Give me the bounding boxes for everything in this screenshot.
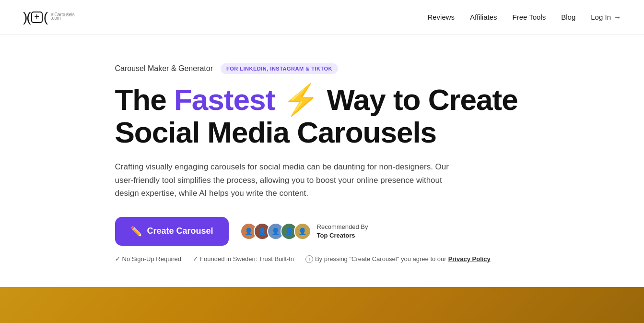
hero-headline: The Fastest ⚡ Way to CreateSocial Media … bbox=[115, 84, 529, 149]
hero-tag-row: Carousel Maker & Generator FOR LINKEDIN,… bbox=[115, 63, 529, 74]
nav-link-free-tools[interactable]: Free Tools bbox=[512, 13, 546, 21]
nav-item-free-tools[interactable]: Free Tools bbox=[512, 13, 546, 22]
trust-item-3: i By pressing "Create Carousel" you agre… bbox=[305, 255, 491, 263]
recommended-wrap: 👤 👤 👤 👤 👤 Recommended By Top Creators bbox=[240, 223, 368, 240]
headline-the: The bbox=[115, 83, 174, 116]
nav-link-blog[interactable]: Blog bbox=[561, 13, 575, 21]
preview-blur bbox=[0, 287, 644, 323]
nav-item-login[interactable]: Log In → bbox=[591, 13, 621, 21]
check-icon-1: ✓ bbox=[115, 255, 120, 263]
avatar-5: 👤 bbox=[294, 223, 311, 240]
login-label: Log In bbox=[591, 13, 611, 21]
nav-item-affiliates[interactable]: Affiliates bbox=[470, 13, 497, 22]
trust-label-3: By pressing "Create Carousel" you agree … bbox=[315, 255, 446, 263]
hero-description: Crafting visually engaging carousels for… bbox=[115, 160, 460, 200]
nav-links: Reviews Affiliates Free Tools Blog Log I… bbox=[427, 13, 621, 22]
preview-section bbox=[0, 287, 644, 323]
logo-icon: )( + ( bbox=[23, 10, 47, 25]
edit-icon: ✏️ bbox=[130, 226, 142, 237]
recommended-sub: Top Creators bbox=[317, 231, 368, 240]
trust-label-1: No Sign-Up Required bbox=[122, 255, 182, 263]
create-carousel-button[interactable]: ✏️ Create Carousel bbox=[115, 217, 229, 246]
trust-item-2: ✓ Founded in Sweden: Trust Built-In bbox=[193, 255, 294, 263]
arrow-right-icon: → bbox=[614, 13, 621, 21]
create-carousel-label: Create Carousel bbox=[147, 226, 213, 236]
cta-row: ✏️ Create Carousel 👤 👤 👤 👤 👤 Recommended… bbox=[115, 217, 529, 246]
logo-link[interactable]: )( + ( aiCarousels .com bbox=[23, 10, 75, 25]
recommended-label: Recommended By bbox=[317, 223, 368, 230]
privacy-policy-link[interactable]: Privacy Policy bbox=[448, 255, 491, 263]
headline-fastest: Fastest bbox=[174, 83, 275, 116]
hero-subtitle: Carousel Maker & Generator bbox=[115, 64, 213, 73]
hero-badge: FOR LINKEDIN, INSTAGRAM & TIKTOK bbox=[221, 63, 338, 74]
nav-item-blog[interactable]: Blog bbox=[561, 13, 575, 22]
nav-link-affiliates[interactable]: Affiliates bbox=[470, 13, 497, 21]
plus-icon: + bbox=[31, 12, 43, 23]
trust-row: ✓ No Sign-Up Required ✓ Founded in Swede… bbox=[115, 255, 529, 263]
lightning-emoji: ⚡ bbox=[282, 84, 319, 116]
logo-name: aiCarousels .com bbox=[51, 12, 75, 21]
navbar: )( + ( aiCarousels .com Reviews Affiliat… bbox=[0, 0, 644, 35]
logo-text-wrap: aiCarousels .com bbox=[51, 14, 75, 21]
check-icon-2: ✓ bbox=[193, 255, 198, 263]
recommended-text: Recommended By Top Creators bbox=[317, 223, 368, 240]
hero-section: Carousel Maker & Generator FOR LINKEDIN,… bbox=[92, 35, 552, 282]
nav-link-reviews[interactable]: Reviews bbox=[427, 13, 455, 21]
nav-item-reviews[interactable]: Reviews bbox=[427, 13, 455, 22]
login-button[interactable]: Log In → bbox=[591, 13, 621, 21]
trust-item-1: ✓ No Sign-Up Required bbox=[115, 255, 182, 263]
bracket-left: )( bbox=[23, 10, 30, 25]
avatar-stack: 👤 👤 👤 👤 👤 bbox=[240, 223, 311, 240]
trust-label-2: Founded in Sweden: Trust Built-In bbox=[200, 255, 294, 263]
info-icon: i bbox=[305, 255, 313, 263]
bracket-right: ( bbox=[44, 10, 47, 25]
